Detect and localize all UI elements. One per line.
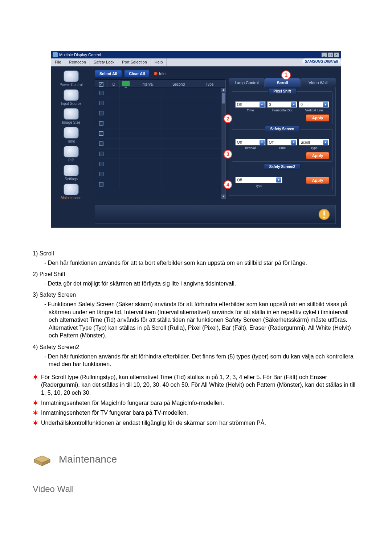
input-source-icon bbox=[64, 89, 79, 101]
pixel-shift-vline-select[interactable]: 0▼ bbox=[299, 101, 329, 108]
idle-label: Idle bbox=[159, 71, 166, 76]
note-3: ✶Inmatningsenheten för TV fungerar bara … bbox=[33, 409, 359, 417]
sidebar-item-image-size[interactable]: Image Size bbox=[54, 107, 88, 125]
safety-type-select[interactable]: Scroll▼ bbox=[299, 139, 329, 145]
scroll-up-button[interactable]: ▲ bbox=[221, 88, 226, 92]
table-row[interactable] bbox=[95, 128, 221, 139]
row-checkbox[interactable] bbox=[99, 172, 103, 176]
row-checkbox[interactable] bbox=[99, 141, 103, 146]
tab-video-wall[interactable]: Video Wall bbox=[300, 78, 336, 87]
star-icon: ✶ bbox=[33, 420, 38, 426]
chevron-down-icon: ▼ bbox=[276, 177, 281, 182]
pixel-shift-time-select[interactable]: Off▼ bbox=[235, 101, 266, 108]
sidebar-label-input: Input Source bbox=[61, 102, 82, 106]
row-checkbox[interactable] bbox=[99, 111, 103, 115]
table-row[interactable] bbox=[95, 108, 221, 118]
item3-number: 3) bbox=[33, 291, 38, 299]
scroll-down-button[interactable]: ▼ bbox=[221, 194, 226, 199]
table-row[interactable] bbox=[95, 139, 221, 149]
tab-scroll-label: Scroll bbox=[277, 81, 288, 85]
safety-interval-value: Off bbox=[237, 140, 242, 144]
safety-time-select[interactable]: Off▼ bbox=[267, 139, 298, 145]
table-row[interactable] bbox=[95, 179, 221, 189]
safety-screen-apply-button[interactable]: Apply bbox=[306, 152, 329, 159]
maximize-button[interactable]: ▢ bbox=[327, 52, 333, 57]
settings-icon bbox=[64, 165, 79, 176]
note-4-text: Underhållskontrollfunktionen är endast t… bbox=[41, 419, 359, 427]
item4-desc: - Den här funktionen används för att för… bbox=[44, 353, 359, 368]
table-row[interactable] bbox=[95, 118, 221, 128]
callout-badge-3: 3 bbox=[224, 150, 232, 159]
item1-desc: - Den här funktionen används för att ta … bbox=[44, 259, 359, 267]
select-all-button[interactable]: Select All bbox=[95, 70, 122, 77]
sidebar-label-power: Power Control bbox=[60, 83, 82, 87]
sidebar-item-pip[interactable]: PIP bbox=[54, 145, 88, 163]
safety2-type-select[interactable]: Off▼ bbox=[235, 177, 282, 183]
safety-time-value: Off bbox=[269, 140, 274, 144]
document-body: 1) Scroll - Den här funktionen används f… bbox=[33, 250, 359, 495]
menu-file[interactable]: File bbox=[51, 58, 65, 66]
header-checkbox-icon[interactable] bbox=[99, 82, 103, 87]
tab-lamp-control[interactable]: Lamp Control bbox=[229, 78, 265, 87]
table-row[interactable] bbox=[95, 169, 221, 179]
menu-port-selection[interactable]: Port Selection bbox=[118, 58, 151, 66]
app-window: Multiple Display Control _ ▢ ✕ File Remo… bbox=[51, 51, 341, 228]
note-4: ✶Underhållskontrollfunktionen är endast … bbox=[33, 419, 359, 427]
row-checkbox[interactable] bbox=[99, 131, 103, 136]
tab-scroll[interactable]: Scroll 1 bbox=[264, 78, 300, 87]
row-checkbox[interactable] bbox=[99, 101, 103, 105]
scroll-thumb[interactable] bbox=[222, 93, 225, 104]
menu-help[interactable]: Help bbox=[151, 58, 167, 66]
note-2: ✶Inmatningsenheten för MagicInfo fungera… bbox=[33, 399, 359, 407]
item1-title: Scroll bbox=[40, 250, 54, 257]
menu-remocon[interactable]: Remocon bbox=[65, 58, 90, 66]
image-size-icon bbox=[64, 108, 79, 120]
table-row[interactable] bbox=[95, 88, 221, 98]
item4-title: Safety Screen2 bbox=[40, 344, 79, 350]
pixel-shift-apply-button[interactable]: Apply bbox=[306, 114, 329, 122]
sidebar-item-power-control[interactable]: Power Control bbox=[54, 69, 88, 87]
chevron-down-icon: ▼ bbox=[291, 140, 296, 145]
sidebar-item-input-source[interactable]: Input Source bbox=[54, 88, 88, 106]
sidebar-item-maintenance[interactable]: Maintenance bbox=[54, 182, 88, 201]
item3-desc-b: Alternativet Type (Typ) kan ställas in p… bbox=[44, 324, 359, 340]
row-checkbox[interactable] bbox=[99, 162, 103, 166]
subsection-title: Video Wall bbox=[33, 483, 359, 495]
chevron-down-icon: ▼ bbox=[260, 102, 265, 107]
sidebar-label-settings: Settings bbox=[65, 177, 78, 181]
pixel-shift-hdot-select[interactable]: 0▼ bbox=[267, 101, 298, 108]
menu-safety-lock[interactable]: Safety Lock bbox=[90, 58, 118, 66]
time-icon bbox=[64, 127, 79, 139]
callout-badge-4: 4 bbox=[224, 180, 232, 189]
pixel-shift-vline-label: Vertical Line bbox=[299, 108, 329, 112]
safety-type-value: Scroll bbox=[301, 140, 310, 144]
row-checkbox[interactable] bbox=[99, 121, 103, 126]
item2-title: Pixel Shift bbox=[40, 271, 65, 277]
svg-rect-0 bbox=[122, 81, 130, 86]
pixel-shift-time-value: Off bbox=[237, 103, 242, 107]
sidebar-label-maintenance: Maintenance bbox=[61, 196, 81, 200]
table-row[interactable] bbox=[95, 159, 221, 169]
legend-safety-screen2: Safety Screen2 bbox=[264, 164, 301, 170]
safety-interval-select[interactable]: Off▼ bbox=[235, 139, 266, 145]
table-row[interactable] bbox=[95, 149, 221, 159]
table-row[interactable] bbox=[95, 98, 221, 108]
list-item-4: 4) Safety Screen2 bbox=[33, 343, 359, 351]
row-checkbox[interactable] bbox=[99, 152, 103, 156]
row-checkbox[interactable] bbox=[99, 182, 103, 186]
chevron-down-icon: ▼ bbox=[323, 140, 328, 145]
sidebar-item-time[interactable]: Time bbox=[54, 126, 88, 144]
warning-icon bbox=[318, 208, 330, 221]
sidebar-label-pip: PIP bbox=[68, 158, 74, 162]
safety-screen2-apply-button[interactable]: Apply bbox=[306, 177, 329, 184]
sidebar-item-settings[interactable]: Settings bbox=[54, 164, 88, 182]
close-button[interactable]: ✕ bbox=[334, 52, 339, 57]
clear-all-button[interactable]: Clear All bbox=[124, 70, 150, 77]
status-bar bbox=[95, 205, 336, 224]
list-item-1: 1) Scroll bbox=[33, 250, 359, 258]
row-checkbox[interactable] bbox=[99, 91, 103, 95]
note-3-text: Inmatningsenheten för TV fungerar bara p… bbox=[41, 409, 359, 417]
section-title: Maintenance bbox=[59, 452, 117, 466]
minimize-button[interactable]: _ bbox=[321, 52, 327, 57]
section-heading: Maintenance bbox=[33, 452, 359, 467]
